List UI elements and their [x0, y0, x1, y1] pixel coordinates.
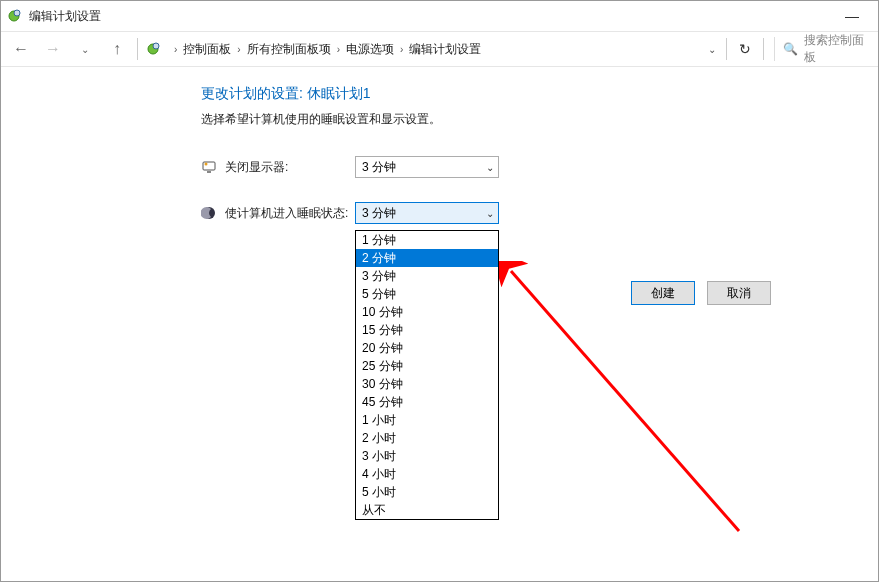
display-off-select[interactable]: 3 分钟 ⌄ [355, 156, 499, 178]
chevron-down-icon: ⌄ [486, 162, 494, 173]
nav-separator [726, 38, 727, 60]
up-button[interactable]: ↑ [101, 35, 133, 63]
dropdown-option[interactable]: 5 小时 [356, 483, 498, 501]
chevron-down-icon[interactable]: ⌄ [708, 44, 716, 55]
page-title: 更改计划的设置: 休眠计划1 [201, 85, 878, 103]
nav-separator [137, 38, 138, 60]
display-off-label: 关闭显示器: [225, 159, 355, 176]
display-off-row: 关闭显示器: 3 分钟 ⌄ [201, 156, 878, 178]
dropdown-option[interactable]: 2 小时 [356, 429, 498, 447]
monitor-icon [201, 159, 217, 175]
sleep-label: 使计算机进入睡眠状态: [225, 205, 355, 222]
button-row: 创建 取消 [631, 281, 771, 305]
forward-button[interactable]: → [37, 35, 69, 63]
breadcrumb[interactable]: › 控制面板 › 所有控制面板项 › 电源选项 › 编辑计划设置 ⌄ [142, 41, 722, 58]
chevron-right-icon: › [237, 44, 240, 55]
dropdown-option[interactable]: 3 小时 [356, 447, 498, 465]
refresh-button[interactable]: ↻ [731, 41, 759, 57]
dropdown-option[interactable]: 从不 [356, 501, 498, 519]
moon-icon [201, 205, 217, 221]
breadcrumb-icon [146, 41, 162, 57]
sleep-value: 3 分钟 [362, 205, 486, 222]
dropdown-option[interactable]: 2 分钟 [356, 249, 498, 267]
svg-point-6 [205, 163, 208, 166]
sleep-select[interactable]: 3 分钟 ⌄ [355, 202, 499, 224]
cancel-button[interactable]: 取消 [707, 281, 771, 305]
dropdown-option[interactable]: 10 分钟 [356, 303, 498, 321]
create-button[interactable]: 创建 [631, 281, 695, 305]
svg-point-1 [14, 10, 20, 16]
breadcrumb-item[interactable]: 编辑计划设置 [409, 41, 481, 58]
minimize-button[interactable]: — [832, 8, 872, 24]
dropdown-option[interactable]: 4 小时 [356, 465, 498, 483]
back-button[interactable]: ← [5, 35, 37, 63]
breadcrumb-item[interactable]: 控制面板 [183, 41, 231, 58]
dropdown-option[interactable]: 1 小时 [356, 411, 498, 429]
dropdown-option[interactable]: 30 分钟 [356, 375, 498, 393]
content-area: 更改计划的设置: 休眠计划1 选择希望计算机使用的睡眠设置和显示设置。 关闭显示… [1, 67, 878, 224]
svg-point-3 [153, 43, 159, 49]
recent-dropdown[interactable]: ⌄ [69, 35, 101, 63]
dropdown-option[interactable]: 3 分钟 [356, 267, 498, 285]
dropdown-option[interactable]: 15 分钟 [356, 321, 498, 339]
sleep-dropdown-list[interactable]: 1 分钟2 分钟3 分钟5 分钟10 分钟15 分钟20 分钟25 分钟30 分… [355, 230, 499, 520]
dropdown-option[interactable]: 5 分钟 [356, 285, 498, 303]
chevron-right-icon: › [337, 44, 340, 55]
dropdown-option[interactable]: 1 分钟 [356, 231, 498, 249]
dropdown-option[interactable]: 20 分钟 [356, 339, 498, 357]
breadcrumb-item[interactable]: 所有控制面板项 [247, 41, 331, 58]
app-icon [7, 8, 23, 24]
dropdown-option[interactable]: 45 分钟 [356, 393, 498, 411]
svg-rect-5 [207, 171, 211, 173]
svg-line-8 [511, 271, 739, 531]
chevron-down-icon: ⌄ [486, 208, 494, 219]
sleep-row: 使计算机进入睡眠状态: 3 分钟 ⌄ [201, 202, 878, 224]
search-icon: 🔍 [783, 42, 798, 56]
navbar: ← → ⌄ ↑ › 控制面板 › 所有控制面板项 › 电源选项 › 编辑计划设置… [1, 31, 878, 67]
chevron-right-icon: › [400, 44, 403, 55]
search-placeholder: 搜索控制面板 [804, 32, 874, 66]
search-input[interactable]: 🔍 搜索控制面板 [774, 37, 874, 61]
chevron-right-icon: › [174, 44, 177, 55]
display-off-value: 3 分钟 [362, 159, 486, 176]
nav-separator [763, 38, 764, 60]
dropdown-option[interactable]: 25 分钟 [356, 357, 498, 375]
window-title: 编辑计划设置 [29, 8, 832, 25]
titlebar: 编辑计划设置 — [1, 1, 878, 31]
breadcrumb-item[interactable]: 电源选项 [346, 41, 394, 58]
page-subtitle: 选择希望计算机使用的睡眠设置和显示设置。 [201, 111, 878, 128]
